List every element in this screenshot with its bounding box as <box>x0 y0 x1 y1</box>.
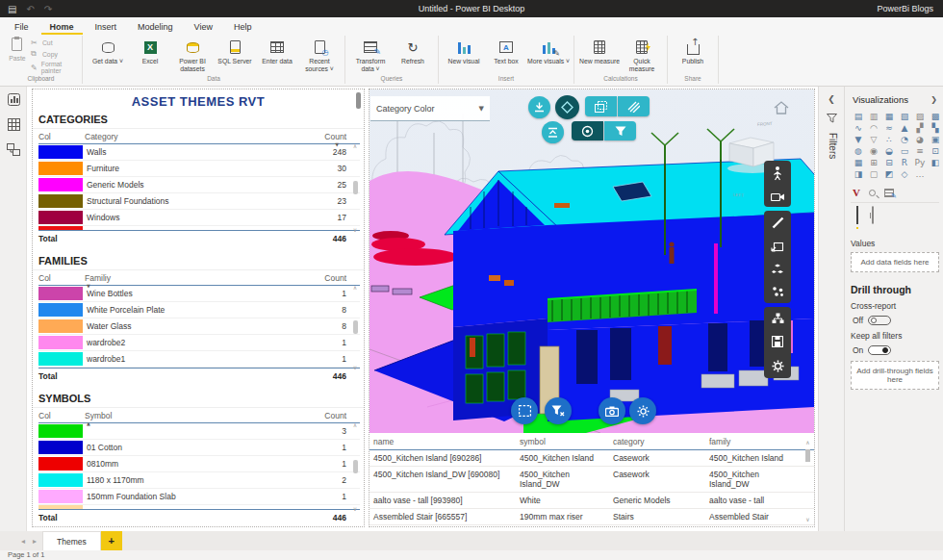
ribbon-tab[interactable]: Help <box>225 20 261 35</box>
add-page-button[interactable]: + <box>101 531 122 550</box>
prev-page-icon[interactable]: ◂ <box>21 537 25 546</box>
ribbon-tab[interactable]: File <box>6 20 38 35</box>
visual-type-icon[interactable]: ▤ <box>851 111 866 122</box>
add-data-fields-well[interactable]: Add data fields here <box>851 252 939 272</box>
col-header[interactable]: Category <box>85 132 321 141</box>
col-header[interactable]: family <box>709 437 798 446</box>
col-header[interactable]: Col <box>38 132 85 141</box>
col-header[interactable]: Familiy▼ <box>85 273 321 283</box>
table-row[interactable]: Generic Models 25 <box>38 177 360 193</box>
tab-format[interactable] <box>872 207 874 229</box>
viewer-gear-button[interactable] <box>629 397 656 424</box>
visual-type-icon[interactable]: ∴ <box>881 134 897 145</box>
hatch-pattern-button[interactable] <box>618 96 650 116</box>
table-row[interactable]: Assembled Stair [665557] 190mm max riser… <box>370 509 814 525</box>
table-scrollbar[interactable]: ∧∨ <box>350 284 360 370</box>
visual-type-icon[interactable]: ▼ <box>851 134 866 145</box>
elevation-button[interactable] <box>542 121 564 143</box>
col-header[interactable]: Count <box>321 273 360 283</box>
visual-type-icon[interactable]: ⊟ <box>881 157 897 168</box>
visual-type-icon[interactable]: ◒ <box>881 145 897 157</box>
visual-type-icon[interactable]: ▨ <box>912 111 928 122</box>
visual-type-icon[interactable]: ▽ <box>866 134 881 145</box>
focus-mode-button[interactable] <box>555 95 579 119</box>
table-scrollbar[interactable]: ∧∨ <box>350 421 360 512</box>
ribbon-button[interactable]: Enter data <box>256 36 298 65</box>
table-scrollbar[interactable]: ∧∨ <box>350 142 360 233</box>
copy-view-button[interactable] <box>585 96 617 116</box>
copy-button[interactable]: ⧉Copy <box>31 49 78 59</box>
visual-type-icon[interactable]: … <box>912 168 928 180</box>
visual-type-icon[interactable]: ▣ <box>928 134 943 145</box>
table-row[interactable]: 1180 x 1170mm 2 <box>38 472 360 489</box>
tables-visual[interactable]: ASSET THEMES RVT CATEGORIES Col Category… <box>32 89 365 527</box>
col-header[interactable]: Col <box>38 411 85 420</box>
visual-type-icon[interactable]: ▲ <box>897 122 912 134</box>
table-row[interactable]: Water Glass 8 <box>38 318 360 335</box>
add-drill-through-fields-well[interactable]: Add drill-through fields here <box>851 361 939 390</box>
3d-viewport[interactable]: LEFT FRONT Category Color▼ <box>370 89 814 433</box>
table-row[interactable]: 01 Cotton 1 <box>38 440 360 456</box>
cut-button[interactable]: ✂Cut <box>31 38 78 47</box>
cluster-points-button[interactable] <box>772 286 784 297</box>
col-header[interactable]: symbol <box>520 437 613 446</box>
visual-type-icon[interactable]: ⊡ <box>928 145 943 157</box>
paste-button[interactable]: Paste <box>4 36 31 62</box>
section-box-button[interactable] <box>771 240 784 252</box>
dax-visual-icon[interactable]: V <box>853 187 860 198</box>
ribbon-button[interactable]: Excel <box>129 36 171 65</box>
visual-type-icon[interactable]: ◕ <box>912 134 928 145</box>
visual-type-icon[interactable]: ▞ <box>912 122 928 134</box>
report-builder-icon[interactable] <box>884 189 894 197</box>
visual-type-icon[interactable]: ▦ <box>851 157 866 168</box>
target-select-button[interactable] <box>572 121 603 140</box>
visual-type-icon[interactable]: ◧ <box>928 157 943 168</box>
tab-fields[interactable] <box>856 207 858 229</box>
format-painter-button[interactable]: ✎Format painter <box>31 61 78 74</box>
ribbon-tab[interactable]: Insert <box>87 20 126 35</box>
visual-type-icon[interactable]: ▦ <box>881 111 897 122</box>
visual-scrollbar-thumb[interactable] <box>356 92 361 109</box>
camera-path-button[interactable] <box>771 191 785 202</box>
table-row[interactable]: wardrobe1 1 <box>38 351 360 368</box>
account-name[interactable]: PowerBi Blogs <box>877 4 933 13</box>
ribbon-tab[interactable]: View <box>186 20 221 35</box>
col-header[interactable]: category <box>613 437 709 446</box>
keep-filters-toggle[interactable]: On <box>853 345 939 355</box>
ribbon-button[interactable]: Publish <box>672 36 714 65</box>
visual-type-icon[interactable]: ▩ <box>928 111 943 122</box>
hierarchy-button[interactable] <box>772 313 784 324</box>
visual-type-icon[interactable]: ◇ <box>897 168 912 180</box>
visual-type-icon[interactable]: ▥ <box>866 111 881 122</box>
visual-type-icon[interactable]: ◩ <box>881 168 897 180</box>
families-table[interactable]: Col Familiy▼ Count Wine Bottles 1 White … <box>38 270 360 384</box>
table-row[interactable]: White Porcelain Plate 8 <box>38 302 360 318</box>
expand-filters-icon[interactable]: ❮ <box>819 87 844 104</box>
color-mode-dropdown[interactable]: Category Color▼ <box>370 96 490 121</box>
3d-viewer-visual[interactable]: LEFT FRONT Category Color▼ <box>369 89 815 527</box>
table-row[interactable]: 0810mm 1 <box>38 456 360 472</box>
col-header-count[interactable]: Count▼ <box>321 132 360 141</box>
qa-search-icon[interactable] <box>869 190 876 196</box>
clear-filter-button[interactable] <box>545 397 572 424</box>
screenshot-camera-button[interactable] <box>599 397 625 424</box>
explode-model-button[interactable] <box>771 264 784 275</box>
visual-type-icon[interactable]: ▢ <box>866 168 881 180</box>
visual-type-icon[interactable]: ∿ <box>851 122 866 134</box>
table-row[interactable]: Walls 248 <box>38 144 360 161</box>
visual-type-icon[interactable]: ◠ <box>866 122 881 134</box>
visual-type-icon[interactable]: ≈ <box>881 122 897 134</box>
data-view-icon[interactable] <box>0 112 27 137</box>
table-row[interactable]: 150mm Foundation Slab 1 <box>38 489 360 505</box>
measure-button[interactable] <box>772 216 784 229</box>
ribbon-button[interactable]: Transform data ˅ <box>349 36 392 73</box>
ribbon-button[interactable]: SQL Server <box>214 36 256 65</box>
table-row[interactable]: Furniture 30 <box>38 161 360 177</box>
table-row[interactable]: 4500_Kitchen Island [690286] 4500_Kitche… <box>370 450 814 467</box>
visual-type-icon[interactable]: ≡ <box>912 145 928 157</box>
visual-type-icon[interactable]: ▚ <box>928 122 943 134</box>
visual-type-icon[interactable]: Py <box>912 157 928 168</box>
detail-table-scrollbar[interactable]: ∧∨ <box>803 439 812 522</box>
visual-type-icon[interactable]: ▭ <box>897 145 912 157</box>
report-view-icon[interactable] <box>0 87 27 112</box>
